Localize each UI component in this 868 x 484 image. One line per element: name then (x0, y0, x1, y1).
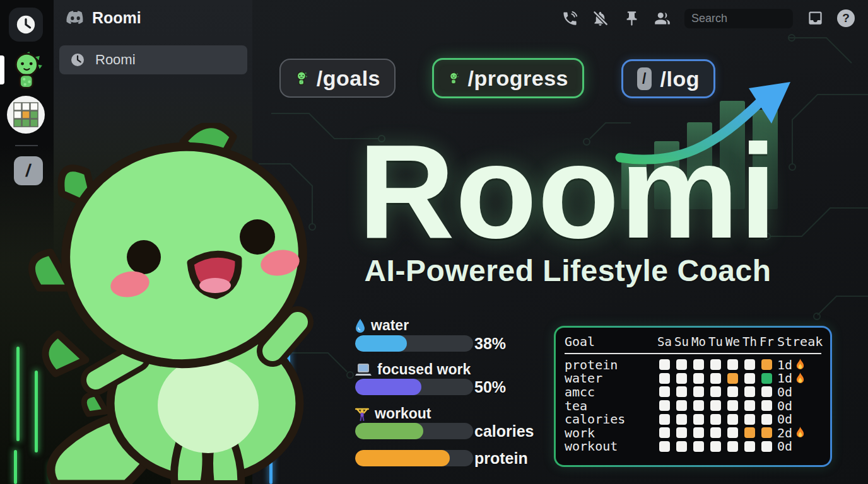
day-cell (710, 414, 721, 425)
notifications-muted-icon[interactable] (592, 10, 609, 27)
progress-bar-focused-work (355, 379, 473, 395)
progress-value-protein: protein (474, 449, 528, 468)
day-cell (710, 359, 721, 370)
member-list-icon[interactable] (654, 10, 671, 27)
table-row: workout 0d (565, 440, 821, 454)
day-cell (761, 373, 772, 384)
day-cell (710, 386, 721, 397)
help-button[interactable]: ? (837, 9, 855, 27)
day-cell (659, 414, 670, 425)
table-row: protein 1d (565, 358, 821, 372)
streak-column-header: Streak (777, 334, 821, 349)
day-cell (693, 373, 704, 384)
goals-streak-card: Goal Sa Su Mo Tu We Th Fr Streak protein… (554, 326, 832, 467)
day-cell (744, 359, 755, 370)
day-cell (676, 400, 687, 411)
day-cell (727, 441, 738, 452)
day-cell (659, 400, 670, 411)
progress-label-workout: workout (355, 405, 431, 422)
laptop-icon (355, 364, 372, 376)
command-label: /log (660, 67, 700, 91)
day-cell (693, 400, 704, 411)
clock-icon (70, 52, 85, 67)
day-cell (693, 441, 704, 452)
day-cell (676, 441, 687, 452)
roomi-avatar-icon (448, 66, 459, 91)
water-drop-icon (355, 318, 365, 333)
day-cells (659, 414, 772, 425)
table-row: water 1d (565, 372, 821, 386)
day-cell (710, 373, 721, 384)
day-cell (727, 400, 738, 411)
page-title: Roomi (328, 125, 807, 258)
day-cell (676, 414, 687, 425)
flame-icon (795, 372, 805, 384)
progress-bar-protein (355, 450, 473, 466)
progress-label-water: water (355, 317, 409, 334)
search-bar[interactable] (684, 9, 793, 28)
progress-value-focused-work: 50% (474, 378, 506, 396)
progress-fill (355, 379, 421, 395)
progress-fill (355, 335, 407, 352)
day-cell (744, 400, 755, 411)
day-cell (710, 400, 721, 411)
day-cells (659, 386, 772, 397)
channel-item-roomi[interactable]: Roomi (59, 45, 247, 74)
day-cell (744, 441, 755, 452)
day-cell (659, 386, 670, 397)
rail-recents-button[interactable] (9, 8, 43, 42)
day-cell (761, 414, 772, 425)
inbox-icon[interactable] (807, 9, 824, 26)
table-row: tea 0d (565, 399, 821, 413)
progress-bar-workout (355, 423, 473, 439)
day-cell (676, 427, 687, 438)
day-column-headers: Sa Su Mo Tu We Th Fr (659, 335, 772, 349)
pinned-messages-icon[interactable] (623, 10, 640, 27)
discord-logo-icon (66, 11, 85, 26)
goal-column-header: Goal (565, 334, 659, 349)
day-cell (659, 359, 670, 370)
table-row: amcc 0d (565, 385, 821, 399)
guild-header[interactable]: Roomi (66, 9, 141, 27)
day-cell (676, 359, 687, 370)
table-row: work 2d (565, 426, 821, 440)
day-cell (727, 373, 738, 384)
weight-lifter-icon (355, 406, 369, 421)
day-cell (693, 359, 704, 370)
day-cell (761, 400, 772, 411)
day-cell (676, 373, 687, 384)
day-cells (659, 400, 772, 411)
command-pill-log[interactable]: / /log (621, 59, 715, 98)
app-window: / Roomi Roomi (0, 0, 868, 484)
rail-roomi-server[interactable] (8, 52, 44, 89)
help-icon: ? (842, 11, 850, 25)
command-pill-goals[interactable]: /goals (279, 59, 396, 98)
active-server-indicator (0, 55, 4, 84)
day-cell (761, 359, 772, 370)
roomi-mascot (25, 123, 315, 484)
day-cell (744, 414, 755, 425)
day-cell (727, 359, 738, 370)
day-cell (744, 427, 755, 438)
day-cell (659, 441, 670, 452)
day-cell (710, 441, 721, 452)
flame-icon (795, 427, 805, 439)
command-pill-progress[interactable]: /progress (432, 58, 584, 98)
day-cell (744, 386, 755, 397)
start-call-icon[interactable] (561, 10, 578, 27)
day-cell (693, 386, 704, 397)
day-cell (727, 414, 738, 425)
table-divider (565, 353, 821, 354)
neon-line-green (16, 347, 20, 441)
progress-bar-water (355, 335, 473, 352)
page-subtitle: AI-Powered Lifestyle Coach (328, 253, 807, 288)
command-label: /progress (468, 66, 568, 91)
day-cell (676, 386, 687, 397)
day-cell (659, 427, 670, 438)
command-label: /goals (317, 66, 380, 91)
clock-icon (15, 14, 37, 35)
day-cells (659, 427, 772, 438)
progress-fill (355, 423, 423, 439)
day-cells (659, 359, 772, 370)
progress-label-focused-work: focused work (355, 361, 471, 378)
